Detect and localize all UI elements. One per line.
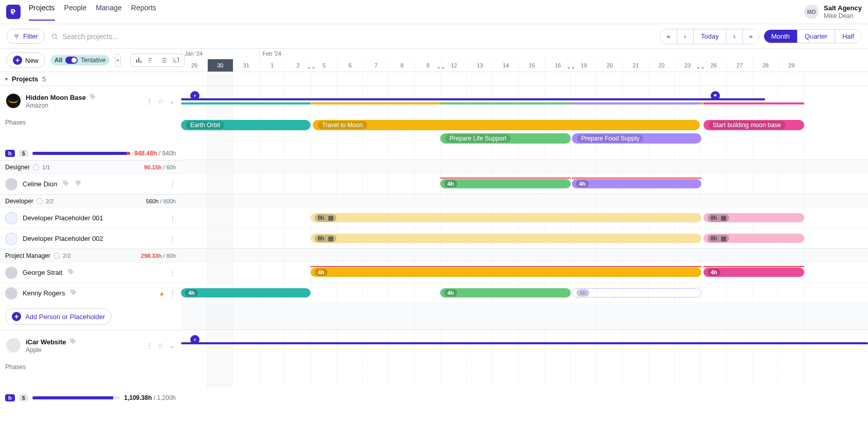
search-box[interactable] [51, 32, 165, 41]
project-timeline-bar[interactable] [181, 342, 868, 344]
dollar-pill[interactable]: $ [19, 150, 28, 157]
allocation-bar[interactable]: 8h ▤ [311, 213, 701, 222]
user-info[interactable]: Salt Agency Mike Dean [824, 4, 862, 20]
allocation-bar[interactable]: 4h [572, 288, 701, 297]
day-cell[interactable]: 14 [493, 59, 519, 72]
person-row[interactable]: George Strait⋮ [0, 262, 181, 283]
allocation-bar[interactable]: 4h [703, 268, 804, 277]
day-cell[interactable]: 8 [389, 59, 415, 72]
day-cell[interactable]: 1 [259, 59, 285, 72]
today-button[interactable]: Today [693, 29, 726, 44]
allocation-bar[interactable]: 4h [440, 288, 571, 297]
allocation-bar[interactable]: 8h ▤ [311, 234, 701, 243]
projects-header[interactable]: ▾ Projects 5 [0, 72, 181, 85]
day-cell[interactable]: 26▸ [700, 59, 727, 72]
person-row[interactable]: Kenny Rogers▲⋮ [0, 283, 181, 303]
day-cell[interactable]: 13 [467, 59, 493, 72]
day-cell[interactable]: 9◂ [415, 59, 441, 72]
day-cell[interactable]: 23◂ [675, 59, 701, 72]
filter-button[interactable]: Filter [6, 29, 45, 44]
nav-prev-button[interactable]: ‹ [677, 29, 693, 44]
allocation-bar[interactable]: 4h [440, 179, 571, 188]
avatar[interactable]: MD [804, 5, 819, 19]
day-cell[interactable]: 2◂ [285, 59, 311, 72]
star-icon[interactable]: ☆ [158, 97, 164, 105]
more-icon[interactable]: ⋮ [146, 342, 153, 349]
day-cell[interactable]: 22 [648, 59, 675, 72]
day-cell[interactable]: 7 [363, 59, 389, 72]
person-avatar [5, 178, 17, 190]
project-row[interactable]: Hidden Moon Base Amazon⋮☆⌄ [0, 86, 181, 116]
nav-first-button[interactable]: « [660, 29, 677, 44]
more-icon[interactable]: ⋮ [169, 289, 176, 297]
day-cell[interactable]: 31 [233, 59, 259, 72]
nav-item-manage[interactable]: Manage [96, 4, 122, 21]
add-person-button[interactable]: +Add Person or Placeholder [5, 308, 112, 325]
search-input[interactable] [62, 32, 165, 41]
day-cell[interactable]: 6 [337, 59, 363, 72]
chevron-down-icon[interactable]: ⌄ [169, 97, 175, 105]
day-cell[interactable]: 29 [779, 59, 805, 72]
tentative-toggle[interactable]: All Tentative [50, 55, 110, 65]
dollar-pill[interactable]: $ [19, 394, 28, 401]
view-quarter[interactable]: Quarter [797, 30, 835, 43]
person-avatar [5, 267, 17, 279]
allocation-bar[interactable]: 4h [181, 288, 311, 297]
new-button[interactable]: + New [6, 52, 45, 68]
day-cell[interactable]: 5▸ [311, 59, 337, 72]
app-logo[interactable] [6, 5, 21, 19]
more-icon[interactable]: ⋮ [169, 235, 176, 242]
bar-chart-icon[interactable] [135, 56, 143, 64]
day-cell[interactable]: 28 [752, 59, 779, 72]
phase-bar[interactable]: Travel to Moon [313, 120, 700, 130]
more-icon[interactable]: ⋮ [169, 214, 176, 222]
person-row[interactable]: Developer Placeholder 001⋮ [0, 207, 181, 228]
svg-point-24 [72, 290, 73, 291]
more-icon[interactable]: ⋮ [169, 180, 176, 188]
star-icon[interactable]: ☆ [158, 342, 164, 349]
role-header[interactable]: Developer2/2560h / 800h [0, 194, 181, 207]
hours-pill[interactable]: h [5, 150, 15, 157]
more-icon[interactable]: ⋮ [146, 97, 153, 105]
day-cell[interactable]: 12▸ [441, 59, 467, 72]
day-cell[interactable]: 27 [727, 59, 753, 72]
nav-next-button[interactable]: › [726, 29, 743, 44]
role-header[interactable]: Project Manager2/2298.33h / 80h [0, 249, 181, 262]
filter-dropdown[interactable] [115, 54, 121, 67]
list-icon[interactable] [159, 56, 168, 64]
role-header[interactable]: Designer1/190.15h / 60h [0, 160, 181, 173]
person-row[interactable]: Celine Dion⋮ [0, 173, 181, 194]
nav-last-button[interactable]: » [743, 29, 759, 44]
phase-bar[interactable]: Prepare Food Supply [572, 133, 701, 144]
tag-icon [69, 338, 77, 346]
chevron-down-icon[interactable]: ⌄ [169, 342, 175, 349]
view-month[interactable]: Month [764, 30, 797, 43]
nav-item-reports[interactable]: Reports [131, 4, 156, 21]
nav-item-people[interactable]: People [64, 4, 87, 21]
project-timeline-bar[interactable] [181, 98, 765, 100]
day-cell[interactable]: 15 [519, 59, 545, 72]
person-row[interactable]: Developer Placeholder 002⋮ [0, 228, 181, 249]
sort-desc-icon[interactable] [172, 56, 180, 64]
phase-bar[interactable]: Start building moon base [703, 120, 804, 130]
allocation-bar[interactable]: 4h [311, 268, 701, 277]
day-cell[interactable]: 21 [623, 59, 649, 72]
day-cell[interactable]: 20 [596, 59, 623, 72]
more-icon[interactable]: ⋮ [169, 269, 176, 276]
milestone-flag-icon[interactable] [711, 91, 720, 100]
phase-bar[interactable]: Earth Orbit [181, 120, 311, 130]
phase-bar[interactable]: Prepare Life Support [440, 133, 571, 144]
view-half[interactable]: Half [835, 30, 861, 43]
project-row[interactable]: iCar Website Apple⋮☆⌄ [0, 330, 181, 360]
allocation-bar[interactable]: 8h ▤ [703, 234, 804, 243]
day-cell[interactable]: 19▸ [571, 59, 597, 72]
nav-item-projects[interactable]: Projects [29, 4, 55, 21]
day-cell[interactable]: 16◂ [545, 59, 571, 72]
hours-pill[interactable]: h [5, 394, 15, 401]
budget-progress [32, 152, 130, 155]
sort-icon[interactable] [147, 56, 155, 64]
allocation-bar[interactable]: 4h [572, 179, 701, 188]
day-cell[interactable]: 30 [207, 59, 233, 72]
allocation-bar[interactable]: 8h ▤ [703, 213, 804, 222]
day-cell[interactable]: 29 [181, 59, 207, 72]
